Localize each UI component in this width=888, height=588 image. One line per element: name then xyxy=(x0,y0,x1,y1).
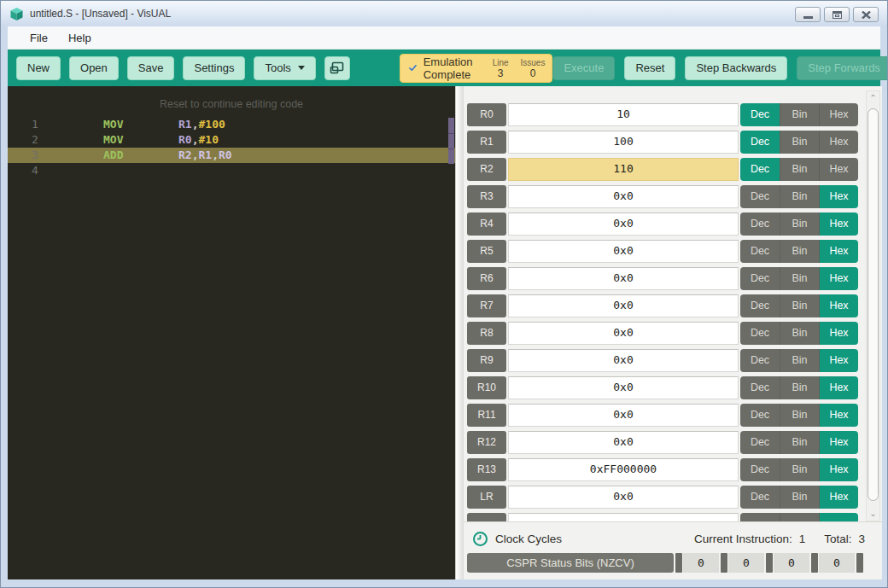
dec-mode-button[interactable]: Dec xyxy=(740,458,780,481)
dec-mode-button[interactable]: Dec xyxy=(740,431,780,454)
reset-button[interactable]: Reset xyxy=(624,56,675,80)
maximize-button[interactable] xyxy=(824,7,850,22)
hex-mode-button[interactable]: Hex xyxy=(819,376,858,399)
new-button[interactable]: New xyxy=(16,56,61,80)
menu-item-file[interactable]: File xyxy=(20,28,58,48)
status-issue-count: Issues 0 xyxy=(521,58,546,79)
register-value-field[interactable]: 0x0 xyxy=(508,486,739,509)
register-row-r5: R50x0DecBinHex xyxy=(467,240,858,263)
register-row-r2: R2110DecBinHex xyxy=(467,158,858,181)
bin-mode-button[interactable]: Bin xyxy=(780,294,819,317)
bin-mode-button[interactable]: Bin xyxy=(780,267,819,290)
dec-mode-button[interactable]: Dec xyxy=(740,486,780,509)
hex-mode-button[interactable]: Hex xyxy=(819,294,858,317)
bin-mode-button[interactable]: Bin xyxy=(780,376,819,399)
register-value-field[interactable]: 0x0 xyxy=(508,294,739,317)
editor-scrollbar[interactable] xyxy=(455,86,464,579)
bin-mode-button[interactable]: Bin xyxy=(780,185,819,208)
bin-mode-button[interactable]: Bin xyxy=(780,103,819,126)
hex-mode-button[interactable]: Hex xyxy=(819,431,858,454)
hex-mode-button[interactable]: Hex xyxy=(819,212,858,236)
title-bar: untitled.S - [Unsaved] - VisUAL xyxy=(1,1,887,26)
bin-mode-button[interactable]: Bin xyxy=(780,212,819,236)
hex-mode-button[interactable]: Hex xyxy=(819,185,858,208)
bin-mode-button[interactable]: Bin xyxy=(780,458,819,481)
hex-mode-button[interactable]: Hex xyxy=(819,158,858,181)
hex-mode-button[interactable]: Hex xyxy=(819,458,858,481)
register-value-field[interactable]: 0x0 xyxy=(508,212,739,236)
register-value-field[interactable]: 0x0 xyxy=(508,185,739,208)
dec-mode-button[interactable]: Dec xyxy=(740,212,780,236)
scroll-down-icon[interactable]: ⌄ xyxy=(867,507,879,521)
bin-mode-button[interactable]: Bin xyxy=(780,349,819,372)
dec-mode-button[interactable]: Dec xyxy=(740,404,780,427)
register-value-field[interactable]: 0x0 xyxy=(508,267,739,290)
step-backwards-button[interactable]: Step Backwards xyxy=(685,56,787,80)
register-value-field[interactable]: 0x0 xyxy=(508,322,739,345)
bin-mode-button[interactable]: Bin xyxy=(780,158,819,181)
register-value-field[interactable]: 0x0 xyxy=(508,349,739,372)
dec-mode-button[interactable]: Dec xyxy=(740,158,780,181)
register-row-r3: R30x0DecBinHex xyxy=(467,185,858,208)
open-button[interactable]: Open xyxy=(69,56,119,80)
menu-item-help[interactable]: Help xyxy=(58,28,102,48)
settings-button[interactable]: Settings xyxy=(183,56,245,80)
execute-button[interactable]: Execute xyxy=(552,56,615,80)
register-name: R1 xyxy=(467,131,506,154)
save-button[interactable]: Save xyxy=(127,56,175,80)
minimize-button[interactable] xyxy=(795,7,821,22)
dec-mode-button[interactable]: Dec xyxy=(740,376,780,399)
hex-mode-button[interactable]: Hex xyxy=(819,404,858,427)
hex-mode-button[interactable]: Hex xyxy=(819,349,858,372)
split-view-button[interactable] xyxy=(324,56,350,80)
scroll-up-icon[interactable]: ⌃ xyxy=(867,91,879,105)
bin-mode-button[interactable]: Bin xyxy=(780,431,819,454)
dec-mode-button[interactable]: Dec xyxy=(740,294,780,317)
register-value-field[interactable] xyxy=(508,513,739,521)
maximize-icon xyxy=(832,11,842,19)
hex-mode-button[interactable]: Hex xyxy=(819,131,858,154)
dec-mode-button[interactable]: Dec xyxy=(740,240,780,263)
register-name: R10 xyxy=(467,376,506,399)
file-button-group: NewOpenSaveSettings xyxy=(16,56,245,80)
bin-mode-button[interactable]: Bin xyxy=(780,131,819,154)
bin-mode-button[interactable]: Bin xyxy=(780,322,819,345)
close-button[interactable] xyxy=(853,7,879,22)
register-value-field[interactable]: 10 xyxy=(508,103,739,126)
hex-mode-button[interactable]: Hex xyxy=(819,486,858,509)
scrollbar-thumb[interactable] xyxy=(868,108,879,501)
register-value-field[interactable]: 0x0 xyxy=(508,404,739,427)
register-value-field[interactable]: 0x0 xyxy=(508,376,739,399)
register-value-field[interactable]: 100 xyxy=(508,131,739,154)
dec-mode-button[interactable]: Dec xyxy=(740,103,780,126)
hex-mode-button[interactable]: Hex xyxy=(819,322,858,345)
hex-mode-button[interactable]: Hex xyxy=(819,267,858,290)
register-value-field[interactable]: 0x0 xyxy=(508,240,739,263)
bin-mode-button[interactable]: Bin xyxy=(780,404,819,427)
bin-mode-button[interactable]: Bin xyxy=(780,486,819,509)
hex-mode-button[interactable]: Hex xyxy=(819,240,858,263)
dec-mode-button[interactable] xyxy=(740,513,780,521)
code-editor[interactable]: Reset to continue editing code 1MOVR1,#1… xyxy=(8,86,455,579)
dec-mode-button[interactable]: Dec xyxy=(740,185,780,208)
register-value-field[interactable]: 0xFF000000 xyxy=(508,458,739,481)
step-forwards-button[interactable]: Step Forwards xyxy=(797,56,888,80)
mode-toggle-group: DecBinHex xyxy=(740,267,858,290)
register-row-r1: R1100DecBinHex xyxy=(467,131,858,154)
operands: R0,#10 xyxy=(178,132,219,148)
register-value-field[interactable]: 110 xyxy=(508,158,739,181)
bin-mode-button[interactable] xyxy=(780,513,819,521)
register-scrollbar[interactable]: ⌃ ⌄ xyxy=(866,90,880,521)
dec-mode-button[interactable]: Dec xyxy=(740,349,780,372)
hex-mode-button[interactable] xyxy=(819,513,858,521)
tools-dropdown[interactable]: Tools xyxy=(254,56,315,80)
dec-mode-button[interactable]: Dec xyxy=(740,267,780,290)
register-value-field[interactable]: 0x0 xyxy=(508,431,739,454)
register-name: R6 xyxy=(467,267,506,290)
hex-mode-button[interactable]: Hex xyxy=(819,103,858,126)
dec-mode-button[interactable]: Dec xyxy=(740,322,780,345)
bin-mode-button[interactable]: Bin xyxy=(780,240,819,263)
dec-mode-button[interactable]: Dec xyxy=(740,131,780,154)
register-row-r13: R130xFF000000DecBinHex xyxy=(467,458,858,481)
status-footer: Clock Cycles Current Instruction: 1 Tota… xyxy=(464,521,882,579)
